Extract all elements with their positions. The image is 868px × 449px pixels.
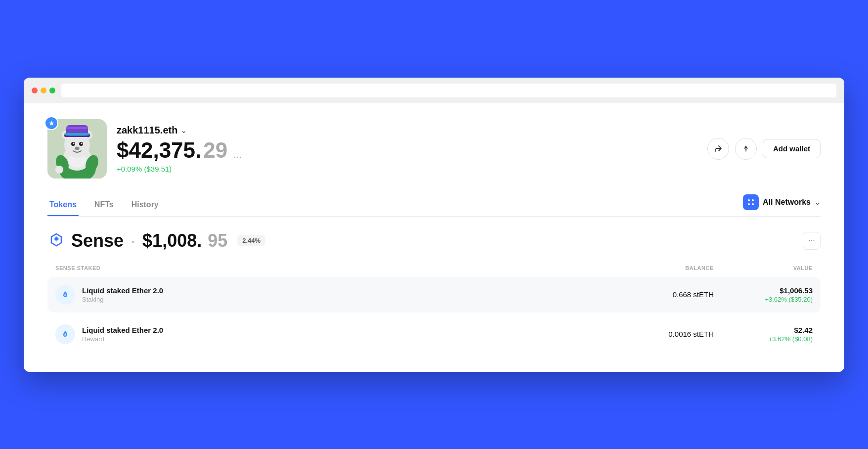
- sense-name: Sense: [71, 230, 124, 251]
- token-info: Liquid staked Ether 2.0 Staking: [55, 285, 575, 305]
- token-name: Liquid staked Ether 2.0: [82, 326, 163, 334]
- token-sub: Staking: [82, 296, 163, 303]
- add-wallet-button[interactable]: Add wallet: [763, 139, 821, 158]
- tabs-section: Tokens NFTs History All Networks ⌄: [47, 194, 821, 217]
- tab-nfts[interactable]: NFTs: [92, 194, 116, 216]
- sense-separator: ·: [130, 230, 135, 251]
- value-amount: $2.42: [714, 326, 813, 334]
- star-badge: ★: [44, 116, 58, 130]
- sense-icon: [47, 232, 65, 250]
- token-balance: 0.668 stETH: [575, 290, 714, 299]
- svg-point-22: [752, 199, 754, 201]
- all-networks-button[interactable]: All Networks ⌄: [743, 194, 821, 216]
- traffic-light-yellow[interactable]: [41, 88, 46, 93]
- value-change: +3.62% ($0.08): [714, 335, 813, 343]
- sense-value-decimal: 95: [208, 230, 227, 251]
- sense-title: Sense · $1,008.95 2.44%: [47, 230, 265, 251]
- token-balance: 0.0016 stETH: [575, 330, 714, 338]
- wallet-details: zakk1115.eth ⌄ $42,375.29 ... +0.09% ($3…: [117, 125, 242, 173]
- table-headers: SENSE STAKED BALANCE VALUE: [47, 261, 821, 275]
- token-value: $2.42 +3.62% ($0.08): [714, 326, 813, 343]
- col-header-name: SENSE STAKED: [55, 265, 575, 271]
- navigate-icon: [741, 144, 750, 153]
- svg-point-23: [748, 203, 750, 205]
- svg-point-19: [55, 166, 63, 174]
- share-icon: [714, 144, 723, 153]
- more-dots-icon: ···: [808, 236, 815, 245]
- share-button[interactable]: [707, 138, 729, 160]
- traffic-light-red[interactable]: [32, 88, 38, 93]
- header-section: ★ zakk1115.eth ⌄ $42,375.29 ... +0.09% (…: [47, 119, 821, 179]
- wallet-dropdown-chevron[interactable]: ⌄: [180, 126, 187, 135]
- value-amount: $1,006.53: [714, 286, 813, 295]
- token-icon: [55, 324, 75, 344]
- tabs-list: Tokens NFTs History: [47, 194, 161, 216]
- table-row[interactable]: Liquid staked Ether 2.0 Reward 0.0016 st…: [47, 316, 821, 352]
- wallet-balance: $42,375.29 ...: [117, 138, 242, 163]
- lido-reward-icon: [60, 329, 71, 340]
- browser-window: ★ zakk1115.eth ⌄ $42,375.29 ... +0.09% (…: [24, 78, 844, 372]
- traffic-lights: [32, 88, 55, 93]
- avatar-container: ★: [47, 119, 107, 179]
- balance-change: +0.09% ($39.51): [117, 165, 242, 173]
- token-text: Liquid staked Ether 2.0 Staking: [82, 286, 163, 303]
- tab-tokens[interactable]: Tokens: [47, 194, 79, 216]
- token-icon: [55, 285, 75, 305]
- svg-point-16: [81, 142, 83, 144]
- tab-history[interactable]: History: [130, 194, 161, 216]
- col-header-balance: BALANCE: [575, 265, 714, 271]
- svg-point-25: [55, 237, 58, 240]
- svg-rect-12: [65, 133, 89, 135]
- navigate-button[interactable]: [735, 138, 757, 160]
- sense-value-main: $1,008.: [142, 230, 202, 251]
- star-icon: ★: [48, 119, 55, 127]
- col-header-value: VALUE: [714, 265, 813, 271]
- app-content: ★ zakk1115.eth ⌄ $42,375.29 ... +0.09% (…: [24, 103, 844, 372]
- browser-chrome: [24, 78, 844, 103]
- svg-point-15: [73, 142, 75, 144]
- sense-section: Sense · $1,008.95 2.44% ··· SENSE STAKED…: [47, 230, 821, 352]
- traffic-light-green[interactable]: [49, 88, 55, 93]
- svg-point-21: [748, 199, 750, 201]
- table-row[interactable]: Liquid staked Ether 2.0 Staking 0.668 st…: [47, 277, 821, 313]
- value-change: +3.62% ($35.20): [714, 296, 813, 303]
- token-name: Liquid staked Ether 2.0: [82, 286, 163, 295]
- svg-rect-11: [66, 127, 88, 129]
- header-actions: Add wallet: [707, 138, 821, 160]
- address-bar[interactable]: [61, 84, 836, 97]
- wallet-name-row: zakk1115.eth ⌄: [117, 125, 242, 136]
- networks-icon: [743, 194, 759, 210]
- networks-label: All Networks: [763, 198, 811, 207]
- lido-icon: [60, 289, 71, 300]
- networks-chevron-icon: ⌄: [815, 198, 821, 206]
- token-value: $1,006.53 +3.62% ($35.20): [714, 286, 813, 303]
- svg-point-24: [752, 203, 754, 205]
- balance-main: $42,375.: [117, 138, 201, 163]
- networks-grid-icon: [746, 198, 755, 207]
- wallet-info: ★ zakk1115.eth ⌄ $42,375.29 ... +0.09% (…: [47, 119, 242, 179]
- token-sub: Reward: [82, 335, 163, 343]
- wallet-name: zakk1115.eth: [117, 125, 177, 136]
- sense-logo-icon: [47, 232, 65, 250]
- sense-header: Sense · $1,008.95 2.44% ···: [47, 230, 821, 251]
- token-text: Liquid staked Ether 2.0 Reward: [82, 326, 163, 343]
- svg-point-17: [75, 146, 80, 150]
- sense-more-button[interactable]: ···: [803, 232, 821, 250]
- token-info: Liquid staked Ether 2.0 Reward: [55, 324, 575, 344]
- sense-percentage-badge: 2.44%: [237, 235, 265, 246]
- balance-decimal: 29: [203, 138, 227, 163]
- balance-more-button[interactable]: ...: [233, 149, 242, 160]
